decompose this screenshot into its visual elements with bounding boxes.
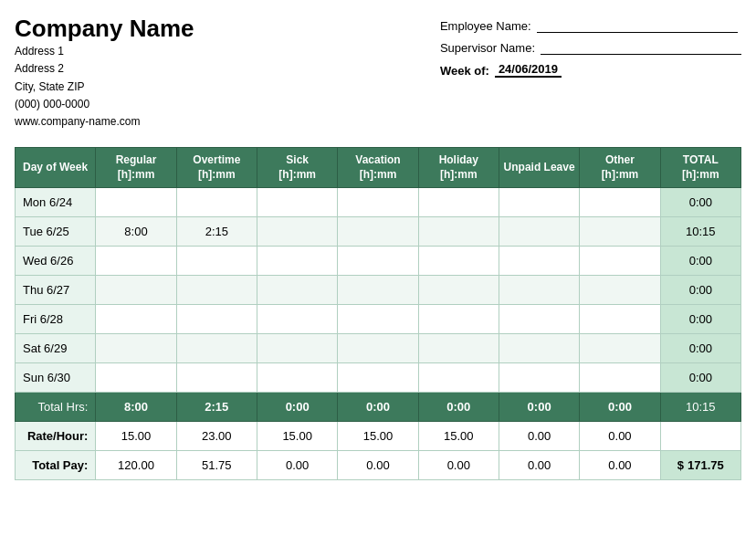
week-of-row: Week of: 24/06/2019 bbox=[440, 62, 741, 78]
row-5-vacation bbox=[338, 334, 418, 363]
row-6-holiday bbox=[418, 363, 499, 393]
total-hrs-label: Total Hrs: bbox=[16, 393, 96, 422]
total-pay-value: 171.75 bbox=[688, 458, 724, 472]
row-0-total: 0:00 bbox=[660, 188, 740, 217]
row-6-other bbox=[580, 363, 660, 393]
total-pay-label: Total Pay: bbox=[16, 451, 96, 480]
table-row: Tue 6/258:002:1510:15 bbox=[16, 217, 741, 247]
row-1-holiday bbox=[418, 217, 499, 247]
row-4-other bbox=[580, 305, 660, 334]
total-pay-holiday: 0.00 bbox=[418, 451, 499, 480]
row-2-vacation bbox=[338, 247, 418, 276]
total-pay-vacation: 0.00 bbox=[338, 451, 418, 480]
row-5-total: 0:00 bbox=[660, 334, 740, 363]
row-3-other bbox=[580, 276, 660, 305]
total-hrs-other: 0:00 bbox=[580, 393, 660, 422]
row-4-sick bbox=[257, 305, 337, 334]
employee-name-field[interactable] bbox=[537, 18, 738, 33]
company-info: Company Name Address 1 Address 2 City, S… bbox=[15, 15, 194, 131]
rate-regular: 15.00 bbox=[96, 422, 176, 451]
row-2-total: 0:00 bbox=[660, 247, 740, 276]
row-5-sick bbox=[257, 334, 337, 363]
table-row: Fri 6/280:00 bbox=[16, 305, 741, 334]
col-header-regular: Regular [h]:mm bbox=[96, 148, 176, 188]
table-row: Mon 6/240:00 bbox=[16, 188, 741, 217]
employee-name-row: Employee Name: bbox=[440, 18, 741, 33]
total-pay-row: Total Pay: 120.00 51.75 0.00 0.00 0.00 0… bbox=[16, 451, 741, 480]
total-hrs-unpaid: 0:00 bbox=[499, 393, 579, 422]
total-hrs-row: Total Hrs: 8:00 2:15 0:00 0:00 0:00 0:00… bbox=[16, 393, 741, 422]
rate-vacation: 15.00 bbox=[338, 422, 418, 451]
row-0-holiday bbox=[418, 188, 499, 217]
total-pay-regular: 120.00 bbox=[96, 451, 176, 480]
row-3-overtime bbox=[176, 276, 257, 305]
total-hrs-total: 10:15 bbox=[660, 393, 740, 422]
row-1-vacation bbox=[338, 217, 418, 247]
row-1-day: Tue 6/25 bbox=[16, 217, 96, 247]
header-section: Company Name Address 1 Address 2 City, S… bbox=[15, 15, 741, 131]
total-pay-overtime: 51.75 bbox=[176, 451, 257, 480]
week-of-label: Week of: bbox=[440, 64, 489, 78]
row-3-vacation bbox=[338, 276, 418, 305]
supervisor-name-row: Supervisor Name: bbox=[440, 40, 741, 55]
row-1-overtime: 2:15 bbox=[176, 217, 257, 247]
row-0-unpaid bbox=[499, 188, 579, 217]
row-5-holiday bbox=[418, 334, 499, 363]
supervisor-name-label: Supervisor Name: bbox=[440, 41, 535, 55]
row-5-overtime bbox=[176, 334, 257, 363]
row-6-sick bbox=[257, 363, 337, 393]
row-4-regular bbox=[96, 305, 176, 334]
row-1-unpaid bbox=[499, 217, 579, 247]
total-pay-unpaid: 0.00 bbox=[499, 451, 579, 480]
rate-sick: 15.00 bbox=[257, 422, 337, 451]
row-2-unpaid bbox=[499, 247, 579, 276]
row-1-other bbox=[580, 217, 660, 247]
week-of-value: 24/06/2019 bbox=[495, 62, 562, 78]
row-6-vacation bbox=[338, 363, 418, 393]
rate-overtime: 23.00 bbox=[176, 422, 257, 451]
row-0-overtime bbox=[176, 188, 257, 217]
row-4-holiday bbox=[418, 305, 499, 334]
row-5-regular bbox=[96, 334, 176, 363]
total-pay-symbol: $ bbox=[677, 458, 684, 472]
row-2-regular bbox=[96, 247, 176, 276]
col-header-total: TOTAL [h]:mm bbox=[660, 148, 740, 188]
row-1-sick bbox=[257, 217, 337, 247]
row-1-total: 10:15 bbox=[660, 217, 740, 247]
row-5-unpaid bbox=[499, 334, 579, 363]
row-3-regular bbox=[96, 276, 176, 305]
total-hrs-holiday: 0:00 bbox=[418, 393, 499, 422]
row-4-day: Fri 6/28 bbox=[16, 305, 96, 334]
row-2-other bbox=[580, 247, 660, 276]
row-0-sick bbox=[257, 188, 337, 217]
row-3-holiday bbox=[418, 276, 499, 305]
col-header-sick: Sick [h]:mm bbox=[257, 148, 337, 188]
total-pay-total: $ 171.75 bbox=[660, 451, 740, 480]
total-hrs-vacation: 0:00 bbox=[338, 393, 418, 422]
row-0-regular bbox=[96, 188, 176, 217]
employee-name-label: Employee Name: bbox=[440, 19, 531, 33]
total-pay-sick: 0.00 bbox=[257, 451, 337, 480]
timesheet-table: Day of Week Regular [h]:mm Overtime [h]:… bbox=[15, 147, 741, 480]
total-pay-other: 0.00 bbox=[580, 451, 660, 480]
row-6-total: 0:00 bbox=[660, 363, 740, 393]
rate-unpaid: 0.00 bbox=[499, 422, 579, 451]
row-6-unpaid bbox=[499, 363, 579, 393]
row-5-other bbox=[580, 334, 660, 363]
row-3-unpaid bbox=[499, 276, 579, 305]
rate-holiday: 15.00 bbox=[418, 422, 499, 451]
supervisor-name-field[interactable] bbox=[541, 40, 741, 55]
col-header-day: Day of Week bbox=[16, 148, 96, 188]
row-6-regular bbox=[96, 363, 176, 393]
rate-other: 0.00 bbox=[580, 422, 660, 451]
row-3-day: Thu 6/27 bbox=[16, 276, 96, 305]
company-name: Company Name bbox=[15, 15, 194, 43]
row-6-day: Sun 6/30 bbox=[16, 363, 96, 393]
row-2-overtime bbox=[176, 247, 257, 276]
table-row: Thu 6/270:00 bbox=[16, 276, 741, 305]
address1: Address 1 bbox=[15, 43, 194, 60]
total-hrs-sick: 0:00 bbox=[257, 393, 337, 422]
total-hrs-regular: 8:00 bbox=[96, 393, 176, 422]
row-0-vacation bbox=[338, 188, 418, 217]
row-0-day: Mon 6/24 bbox=[16, 188, 96, 217]
